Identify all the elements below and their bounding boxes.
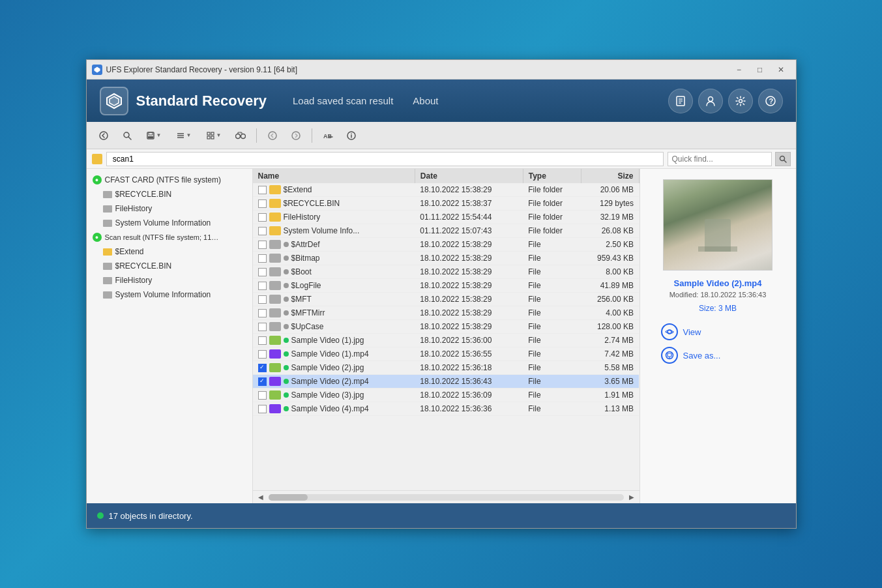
tree-item-filehistory-1[interactable]: FileHistory (87, 201, 252, 216)
view-button[interactable]: View (661, 323, 701, 340)
file-table: Name Date Type Size (253, 169, 639, 490)
file-name-label: Sample Video (3).jpg (291, 390, 364, 400)
tree-item-extend[interactable]: $Extend (87, 244, 252, 259)
file-name-cell: $MFTMirr (253, 306, 415, 320)
rename-button[interactable]: AB (317, 126, 338, 145)
tree-item-sysvolinfo-2[interactable]: System Volume Information (87, 287, 252, 302)
title-bar: UFS Explorer Standard Recovery - version… (87, 60, 796, 80)
file-checkbox[interactable] (258, 323, 267, 331)
search-input[interactable] (668, 152, 772, 166)
table-row[interactable]: $AttrDef18.10.2022 15:38:29File2.50 KB (253, 238, 639, 252)
folder-recycle2-icon (102, 261, 113, 271)
gear-icon-btn[interactable] (728, 89, 753, 113)
svg-rect-22 (207, 136, 210, 139)
close-button[interactable]: ✕ (771, 63, 791, 76)
help-icon-btn[interactable]: ? (758, 89, 783, 113)
table-row[interactable]: $UpCase18.10.2022 15:38:29File128.00 KB (253, 320, 639, 334)
col-size[interactable]: Size (581, 169, 639, 183)
list-view-button[interactable]: ▼ (170, 126, 198, 145)
scroll-left-button[interactable]: ◀ (256, 492, 266, 503)
zoom-button[interactable] (117, 126, 138, 145)
file-type: File (523, 238, 581, 252)
file-checkbox[interactable] (258, 391, 267, 400)
file-size: 41.89 MB (581, 279, 639, 293)
file-checkbox[interactable] (258, 213, 267, 222)
file-checkbox[interactable] (258, 254, 267, 263)
table-row[interactable]: $Bitmap18.10.2022 15:38:29File959.43 KB (253, 252, 639, 265)
path-input[interactable] (106, 152, 664, 166)
col-name[interactable]: Name (253, 169, 415, 183)
scrollbar-track[interactable] (269, 494, 624, 501)
file-date: 18.10.2022 15:38:37 (415, 197, 523, 211)
scroll-right-button[interactable]: ▶ (626, 492, 637, 503)
file-checkbox[interactable] (258, 199, 267, 208)
back-button[interactable] (93, 126, 114, 145)
file-name-cell: FileHistory (253, 211, 415, 224)
tree-item-recycle-2[interactable]: $RECYCLE.BIN (87, 259, 252, 273)
search-submit-button[interactable] (775, 152, 791, 166)
table-row[interactable]: $MFT18.10.2022 15:38:29File256.00 KB (253, 293, 639, 306)
minimize-button[interactable]: − (729, 63, 749, 76)
svg-point-24 (235, 134, 240, 138)
document-icon-btn[interactable] (668, 89, 693, 113)
folder-recycle-icon (102, 189, 113, 199)
tree-item-scan-result[interactable]: ● Scan result (NTFS file system; 117.94 … (87, 230, 252, 244)
tree-item-recycle-1[interactable]: $RECYCLE.BIN (87, 187, 252, 201)
file-checkbox[interactable] (258, 309, 267, 317)
save-as-button[interactable]: Save as... (661, 347, 721, 364)
file-checkbox[interactable] (258, 241, 267, 249)
file-name-label: $MFT (291, 295, 312, 304)
info-button[interactable] (341, 126, 362, 145)
nav-about[interactable]: About (413, 93, 438, 109)
table-row[interactable]: Sample Video (2).jpg18.10.2022 15:36:18F… (253, 361, 639, 375)
table-row[interactable]: $Boot18.10.2022 15:38:29File8.00 KB (253, 265, 639, 279)
maximize-button[interactable]: □ (750, 63, 770, 76)
tree-item-filehistory-2[interactable]: FileHistory (87, 273, 252, 287)
grid-view-button[interactable]: ▼ (200, 126, 228, 145)
tree-item-cfast[interactable]: ● CFAST CARD (NTFS file system) (87, 173, 252, 187)
table-row[interactable]: Sample Video (1).jpg18.10.2022 15:36:00F… (253, 334, 639, 347)
next-button[interactable] (286, 126, 306, 145)
table-row[interactable]: $RECYCLE.BIN18.10.2022 15:38:37File fold… (253, 197, 639, 211)
file-checkbox[interactable] (258, 268, 267, 276)
file-checkbox[interactable] (258, 295, 267, 304)
file-status-dot (284, 242, 289, 247)
file-size: 2.74 MB (581, 334, 639, 347)
file-checkbox[interactable] (258, 350, 267, 359)
table-row[interactable]: $LogFile18.10.2022 15:38:29File41.89 MB (253, 279, 639, 293)
file-checkbox[interactable] (258, 227, 267, 235)
table-row[interactable]: $Extend18.10.2022 15:38:29File folder20.… (253, 183, 639, 197)
file-status-dot (284, 338, 289, 343)
file-name-label: Sample Video (1).mp4 (291, 349, 369, 359)
col-type[interactable]: Type (523, 169, 581, 183)
binoculars-button[interactable] (230, 126, 251, 145)
table-row[interactable]: Sample Video (4).mp418.10.2022 15:36:36F… (253, 402, 639, 416)
table-row[interactable]: $MFTMirr18.10.2022 15:38:29File4.00 KB (253, 306, 639, 320)
scrollbar-thumb[interactable] (269, 494, 308, 501)
file-checkbox[interactable] (258, 377, 267, 386)
file-thumb-icon (269, 295, 281, 304)
prev-button[interactable] (262, 126, 283, 145)
status-dot (97, 512, 104, 519)
table-row[interactable]: FileHistory01.11.2022 15:54:44File folde… (253, 211, 639, 224)
table-row[interactable]: System Volume Info...01.11.2022 15:07:43… (253, 224, 639, 238)
toolbar-separator-1 (256, 128, 257, 143)
file-checkbox[interactable] (258, 186, 267, 194)
table-row[interactable]: Sample Video (3).jpg18.10.2022 15:36:09F… (253, 389, 639, 402)
file-type: File folder (523, 211, 581, 224)
file-name-cell: Sample Video (3).jpg (253, 389, 415, 402)
nav-load-scan[interactable]: Load saved scan result (293, 93, 393, 109)
table-row[interactable]: Sample Video (1).mp418.10.2022 15:36:55F… (253, 347, 639, 361)
file-checkbox[interactable] (258, 336, 267, 345)
file-name-label: Sample Video (1).jpg (291, 336, 364, 345)
table-row[interactable]: Sample Video (2).mp418.10.2022 15:36:43F… (253, 375, 639, 389)
file-checkbox[interactable] (258, 405, 267, 413)
file-thumb-icon (269, 254, 281, 263)
file-checkbox[interactable] (258, 364, 267, 372)
col-date[interactable]: Date (415, 169, 523, 183)
tree-item-sysvolinfo-1[interactable]: System Volume Information (87, 216, 252, 230)
file-name-label: FileHistory (284, 213, 321, 222)
user-icon-btn[interactable] (698, 89, 723, 113)
file-checkbox[interactable] (258, 282, 267, 290)
save-button[interactable]: ▼ (140, 126, 168, 145)
